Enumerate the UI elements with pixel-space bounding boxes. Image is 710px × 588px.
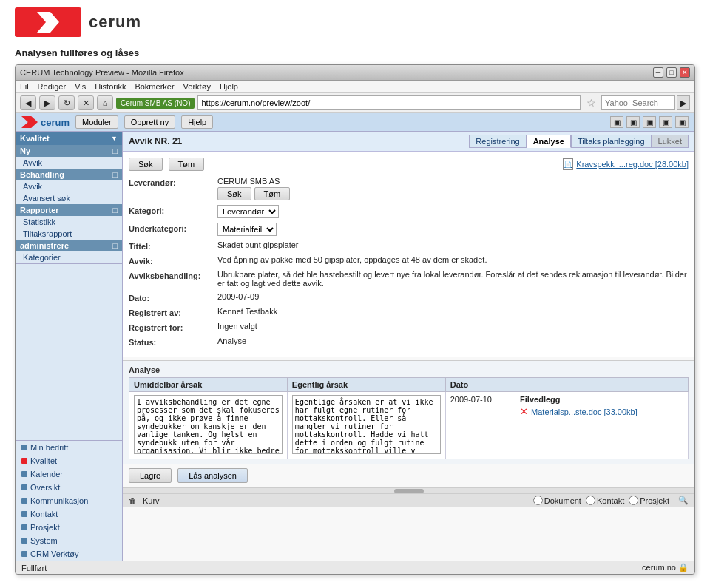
radio-dokument-input[interactable] (533, 496, 543, 505)
category-select[interactable]: Leverandør (217, 205, 279, 218)
sidebar-bottom-min-bedrift[interactable]: Min bedrift (16, 441, 122, 454)
analysis-table: Umiddelbar årsak Egentlig årsak Dato (129, 377, 689, 459)
sidebar-ny-header[interactable]: Ny □ (16, 145, 122, 157)
radio-kontakt-input[interactable] (586, 496, 595, 505)
analysis-section-label: Analyse (129, 365, 689, 374)
app-logo: cerum (21, 116, 70, 128)
menu-bokmerker[interactable]: Bokmerker (135, 82, 174, 91)
search-button-2[interactable]: Søk (217, 187, 251, 200)
immediate-textarea[interactable] (134, 395, 283, 454)
browser-statusbar: Fullført cerum.no 🔒 (16, 561, 694, 574)
search-icon[interactable]: 🔍 (678, 496, 689, 505)
menu-fil[interactable]: Fil (20, 82, 29, 91)
category-row: Kategori: Leverandør (129, 205, 689, 218)
new-button[interactable]: Opprett ny (124, 115, 175, 129)
sidebar-item-avvik-1[interactable]: Avvik (16, 157, 122, 169)
radio-prosjekt-input[interactable] (629, 496, 638, 505)
action-buttons: Lagre Lås analysen (123, 464, 694, 487)
bookmark-icon[interactable]: ☆ (584, 95, 598, 110)
avviksbehandling-label: Avviksbehandling: (129, 270, 217, 280)
sidebar-rapporter-header[interactable]: Rapporter □ (16, 204, 122, 216)
sidebar-item-avansert-sok[interactable]: Avansert søk (16, 192, 122, 204)
menu-verktoy[interactable]: Verktøy (183, 82, 211, 91)
clear-button-2[interactable]: Tøm (254, 187, 291, 200)
page-heading: Analysen fullføres og låses (0, 41, 710, 64)
file-attachment-item[interactable]: ✕ Materialsp...ste.doc [33.00kb] (520, 406, 683, 417)
browser-search-input[interactable] (601, 95, 675, 110)
sidebar-bottom-oversikt[interactable]: Oversikt (16, 481, 122, 494)
icon-btn-1[interactable]: ▣ (610, 116, 623, 128)
analysis-row: 2009-07-10 Filvedlegg ✕ Materialsp...ste… (129, 392, 689, 459)
sidebar-behandling-label: Behandling (20, 170, 64, 179)
status-row: Status: Analyse (129, 337, 689, 347)
sidebar-bottom-kalender[interactable]: Kalender (16, 467, 122, 481)
icon-btn-2[interactable]: ▣ (626, 116, 640, 128)
dot-crm (21, 551, 27, 557)
min-bedrift-label: Min bedrift (30, 443, 68, 452)
menu-hjelp[interactable]: Hjelp (220, 82, 238, 91)
home-button[interactable]: ⌂ (97, 95, 113, 110)
title-value: Skadet bunt gipsplater (217, 240, 689, 249)
clear-button-1[interactable]: Tøm (169, 158, 205, 171)
sidebar-bottom-kvalitet[interactable]: Kvalitet (16, 454, 122, 467)
tab-tiltaks[interactable]: Tiltaks planlegging (571, 135, 652, 148)
sidebar-item-avvik-2[interactable]: Avvik (16, 180, 122, 192)
vendor-label: Leverandør: (129, 177, 217, 187)
back-button[interactable]: ◀ (20, 95, 36, 110)
sidebar-item-tiltaksrapport[interactable]: Tiltaksrapport (16, 228, 122, 240)
lock-analysis-button[interactable]: Lås analysen (178, 468, 248, 483)
status-label: Status: (129, 337, 217, 347)
sidebar-bottom-prosjekt[interactable]: Prosjekt (16, 521, 122, 534)
menu-historikk[interactable]: Historikk (95, 82, 126, 91)
sidebar-behandling-header[interactable]: Behandling □ (16, 169, 122, 180)
icon-btn-4[interactable]: ▣ (659, 116, 672, 128)
menu-vis[interactable]: Vis (75, 82, 86, 91)
file-delete-icon[interactable]: ✕ (520, 406, 528, 417)
sidebar-item-statistikk[interactable]: Statistikk (16, 216, 122, 228)
close-button[interactable]: ✕ (680, 67, 690, 78)
forward-button[interactable]: ▶ (39, 95, 55, 110)
sidebar-bottom-kommunikasjon[interactable]: Kommunikasjon (16, 494, 122, 507)
file-attachment: Filvedlegg ✕ Materialsp...ste.doc [33.00… (520, 395, 683, 417)
col-immediate: Umiddelbar årsak (129, 378, 288, 392)
subcategory-select[interactable]: Materialfeil (217, 223, 277, 236)
sidebar-rapporter-icon: □ (112, 206, 118, 214)
save-button[interactable]: Lagre (129, 468, 172, 483)
radio-dokument[interactable]: Dokument (533, 496, 581, 505)
minimize-button[interactable]: ─ (653, 67, 663, 78)
sidebar-bottom-kontakt[interactable]: Kontakt (16, 507, 122, 521)
stop-button[interactable]: ✕ (78, 95, 94, 110)
file-attachment-name: Materialsp...ste.doc [33.00kb] (531, 408, 638, 416)
help-button[interactable]: Hjelp (181, 115, 213, 129)
scroll-thumb[interactable] (394, 489, 424, 493)
category-label: Kategori: (129, 205, 217, 215)
real-textarea[interactable] (292, 395, 441, 454)
search-go-button[interactable]: ▶ (677, 95, 690, 110)
form-area: Søk Tøm 📄 Kravspekk_...reg.doc [28.00kb]… (123, 152, 694, 357)
address-input[interactable] (197, 95, 581, 110)
icon-btn-5[interactable]: ▣ (675, 116, 689, 128)
search-button-1[interactable]: Søk (129, 158, 163, 171)
sidebar-kvalitet-header[interactable]: Kvalitet ▼ (16, 132, 122, 145)
sidebar-item-kategorier[interactable]: Kategorier (16, 251, 122, 263)
tab-registrering[interactable]: Registrering (469, 135, 526, 148)
col-real: Egentlig årsak (287, 378, 445, 392)
kommunikasjon-label: Kommunikasjon (30, 496, 88, 505)
sidebar-administrere-header[interactable]: administrere □ (16, 240, 122, 251)
tab-lukket[interactable]: Lukket (652, 135, 689, 148)
radio-prosjekt[interactable]: Prosjekt (629, 496, 669, 505)
sidebar-bottom-crm-verktoy[interactable]: CRM Verktøy (16, 547, 122, 561)
sidebar-administrere-label: administrere (20, 241, 69, 250)
icon-btn-3[interactable]: ▣ (643, 116, 656, 128)
sidebar: Kvalitet ▼ Ny □ Avvik Behandling □ Avvik… (16, 132, 123, 561)
modules-button[interactable]: Moduler (75, 115, 118, 129)
file-link-1[interactable]: 📄 Kravspekk_...reg.doc [28.00kb] (563, 158, 689, 170)
maximize-button[interactable]: □ (666, 67, 677, 78)
tab-analyse[interactable]: Analyse (527, 135, 571, 148)
search-container: ▶ (601, 95, 690, 110)
menu-rediger[interactable]: Rediger (38, 82, 67, 91)
reload-button[interactable]: ↻ (58, 95, 75, 110)
radio-kontakt[interactable]: Kontakt (586, 496, 624, 505)
sidebar-bottom-system[interactable]: System (16, 534, 122, 547)
dot-kommunikasjon (21, 498, 27, 504)
